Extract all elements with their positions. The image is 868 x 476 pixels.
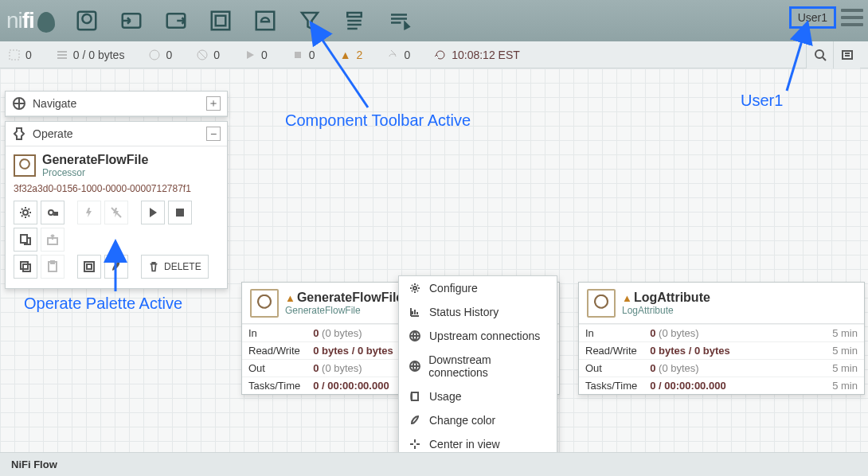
access-policies-button[interactable] bbox=[41, 201, 65, 224]
stat-value: 0 bbox=[650, 327, 655, 339]
add-process-group-button[interactable] bbox=[205, 5, 237, 37]
menu-center[interactable]: Center in view bbox=[399, 432, 557, 452]
stat-sub: (0 bytes) bbox=[322, 327, 362, 339]
node-title: GenerateFlowFile bbox=[297, 291, 403, 304]
add-input-port-button[interactable] bbox=[115, 5, 147, 37]
status-bar: 0 0 / 0 bytes 0 0 0 0 ▲2 0 10:08:12 EST bbox=[0, 41, 868, 68]
search-button[interactable] bbox=[806, 41, 833, 68]
gear-icon bbox=[409, 283, 421, 294]
navigate-icon bbox=[12, 96, 26, 111]
stat-age: 5 min bbox=[819, 325, 864, 342]
delete-button[interactable]: DELETE bbox=[141, 255, 209, 279]
svg-rect-16 bbox=[21, 235, 27, 243]
not-transmitting-icon bbox=[196, 49, 209, 61]
svg-point-14 bbox=[49, 210, 53, 215]
globe-icon bbox=[409, 330, 421, 341]
add-template-button[interactable] bbox=[338, 5, 370, 37]
svg-rect-3 bbox=[212, 12, 230, 30]
operate-proc-uuid: 3f32a3d0-0156-1000-0000-0000712787f1 bbox=[14, 183, 219, 194]
svg-rect-4 bbox=[216, 16, 226, 26]
breadcrumb-root: NiFi Flow bbox=[11, 458, 57, 470]
stat-sub: (0 bytes) bbox=[659, 362, 699, 374]
stop-button[interactable] bbox=[168, 201, 192, 224]
menu-status-history[interactable]: Status History bbox=[399, 300, 557, 324]
menu-downstream[interactable]: Downstream connections bbox=[399, 348, 557, 384]
operate-proc-type: Processor bbox=[42, 167, 148, 178]
transmitting-icon bbox=[148, 49, 161, 61]
menu-change-color[interactable]: Change color bbox=[399, 408, 557, 432]
svg-point-13 bbox=[23, 210, 28, 215]
current-user[interactable]: User1 bbox=[789, 6, 836, 29]
nifi-logo: nifi bbox=[6, 8, 55, 33]
operate-panel: Operate − GenerateFlowFile Processor 3f3… bbox=[5, 121, 228, 289]
menu-label: Downstream connections bbox=[428, 353, 547, 379]
operate-collapse-button[interactable]: − bbox=[206, 127, 221, 141]
bulletin-button[interactable] bbox=[833, 41, 860, 68]
svg-rect-19 bbox=[23, 264, 30, 271]
menu-label: Configure bbox=[429, 282, 478, 295]
disabled-value: 0 bbox=[404, 49, 410, 61]
upload-template-button bbox=[41, 228, 65, 252]
node-type: LogAttribute bbox=[622, 305, 710, 316]
stat-label: In bbox=[579, 325, 643, 342]
add-funnel-button[interactable] bbox=[294, 5, 326, 37]
svg-point-7 bbox=[150, 50, 159, 60]
svg-rect-22 bbox=[84, 262, 94, 271]
stopped-icon bbox=[291, 49, 304, 61]
add-output-port-button[interactable] bbox=[160, 5, 192, 37]
queue-value: 0 / 0 bytes bbox=[73, 49, 125, 61]
stat-sub: (0 bytes) bbox=[322, 362, 362, 374]
menu-usage[interactable]: Usage bbox=[399, 384, 557, 408]
add-label-button[interactable] bbox=[383, 5, 415, 37]
warning-icon: ▲ bbox=[622, 292, 632, 304]
navigate-panel: Navigate ＋ bbox=[5, 91, 228, 117]
processor-type-icon bbox=[14, 154, 36, 177]
svg-rect-23 bbox=[87, 264, 92, 269]
processor-icon bbox=[250, 289, 279, 318]
stat-value: 0 bbox=[313, 327, 319, 339]
refresh-icon[interactable] bbox=[434, 49, 447, 61]
create-template-button[interactable] bbox=[14, 228, 37, 252]
transmitting-value: 0 bbox=[166, 49, 172, 61]
menu-label: Change color bbox=[429, 414, 495, 427]
stat-age: 5 min bbox=[819, 360, 864, 377]
enable-button bbox=[77, 201, 101, 224]
center-icon bbox=[409, 439, 421, 450]
stat-label: Out bbox=[579, 360, 643, 377]
svg-rect-18 bbox=[21, 262, 28, 269]
navigate-expand-button[interactable]: ＋ bbox=[206, 96, 221, 111]
group-button[interactable] bbox=[77, 255, 101, 279]
disabled-icon bbox=[386, 49, 399, 61]
node-title: LogAttribute bbox=[634, 291, 710, 304]
copy-button[interactable] bbox=[14, 255, 37, 279]
flow-canvas[interactable]: Navigate ＋ Operate − GenerateFlowFile Pr… bbox=[0, 68, 868, 452]
refresh-time: 10:08:12 EST bbox=[452, 49, 520, 61]
operate-title: Operate bbox=[33, 127, 73, 140]
start-button[interactable] bbox=[141, 201, 165, 224]
stat-value: 0 bytes / 0 bytes bbox=[643, 342, 819, 360]
component-toolbar: nifi User1 bbox=[0, 0, 868, 41]
running-icon bbox=[244, 49, 256, 61]
menu-configure[interactable]: Configure bbox=[399, 276, 557, 300]
stat-value: 0 / 00:00:00.000 bbox=[643, 377, 819, 395]
menu-upstream[interactable]: Upstream connections bbox=[399, 324, 557, 348]
context-menu: Configure Status History Upstream connec… bbox=[398, 275, 557, 452]
breadcrumb[interactable]: NiFi Flow bbox=[0, 452, 868, 476]
add-remote-process-group-button[interactable] bbox=[249, 5, 281, 37]
global-menu-button[interactable] bbox=[841, 9, 863, 26]
navigate-title: Navigate bbox=[33, 97, 76, 110]
add-processor-button[interactable] bbox=[71, 5, 103, 37]
paste-button bbox=[41, 255, 65, 279]
configure-button[interactable] bbox=[14, 201, 37, 224]
processor-logattribute[interactable]: ▲LogAttribute LogAttribute In0 (0 bytes)… bbox=[578, 282, 865, 395]
not-transmitting-value: 0 bbox=[213, 49, 220, 61]
stopped-value: 0 bbox=[309, 49, 315, 61]
stat-age: 5 min bbox=[819, 377, 864, 395]
stat-label: Tasks/Time bbox=[579, 377, 643, 395]
color-button[interactable] bbox=[104, 255, 128, 279]
stat-value: 0 bbox=[650, 362, 655, 374]
delete-label: DELETE bbox=[164, 261, 201, 272]
invalid-icon: ▲ bbox=[339, 49, 352, 61]
stat-label: Tasks/Time bbox=[242, 377, 307, 395]
svg-rect-6 bbox=[10, 50, 19, 60]
